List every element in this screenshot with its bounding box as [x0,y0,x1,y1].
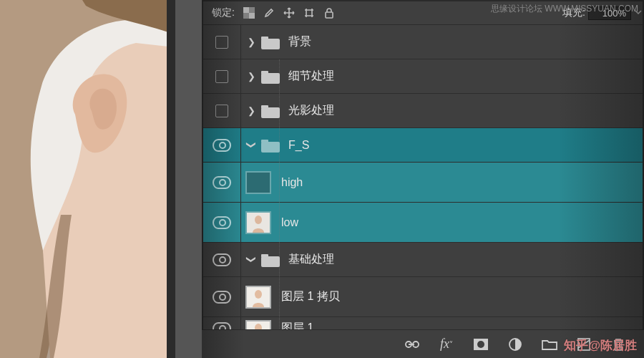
canvas-gutter [175,0,202,358]
group-row[interactable]: ❯ 背景 [203,25,643,59]
folder-icon [261,104,280,118]
layer-thumbnail[interactable] [245,211,271,234]
layer-name: 细节处理 [288,69,334,84]
new-group-icon[interactable] [541,336,558,353]
visibility-icon[interactable] [213,216,231,229]
collapse-icon[interactable]: ❯ [246,254,257,266]
visibility-icon[interactable] [213,139,231,152]
add-mask-icon[interactable] [472,336,489,353]
group-row[interactable]: ❯ 光影处理 [203,94,643,128]
layers-panel: 锁定: 填充: 100% ❯ 背景 [202,0,644,358]
layer-name: 背景 [288,34,311,49]
checkbox[interactable] [215,105,228,117]
svg-rect-4 [243,13,249,19]
watermark-bottom: 知乎@陈居胜 [564,337,637,354]
layer-style-icon[interactable]: fx ˅ [438,336,455,353]
layer-row[interactable]: low [203,203,643,243]
folder-icon [261,35,280,49]
visibility-icon[interactable] [213,291,231,304]
layer-thumbnail[interactable] [245,171,271,194]
document-photo [0,0,168,358]
checkbox[interactable] [215,36,228,49]
lock-artboard-icon[interactable] [301,5,317,21]
canvas-area [0,0,199,358]
checkbox[interactable] [215,70,228,83]
visibility-icon[interactable] [213,253,231,266]
lock-all-icon[interactable] [321,5,337,21]
layer-row[interactable]: 图层 1 拷贝 [203,277,643,317]
folder-icon [261,253,280,267]
layer-name: 光影处理 [288,103,334,118]
lock-transparent-icon[interactable] [241,5,257,21]
link-layers-icon[interactable] [404,336,421,353]
svg-rect-2 [249,13,255,19]
layer-thumbnail[interactable] [245,286,271,309]
layers-list: ❯ 背景 ❯ 细节处理 ❯ 光影处理 [203,25,643,340]
svg-rect-3 [249,7,255,13]
layer-name: F_S [288,139,309,152]
expand-icon[interactable]: ❯ [245,37,257,47]
watermark-top: 思缘设计论坛 WWW.MISSYUAN.COM [491,3,638,15]
folder-icon [261,138,280,153]
svg-point-9 [255,290,262,299]
layer-row[interactable]: high [203,163,643,203]
layer-name: low [281,216,298,229]
lock-brush-icon[interactable] [261,5,277,21]
svg-point-7 [255,216,262,224]
group-row-selected[interactable]: ❯ F_S [203,128,643,163]
adjustment-layer-icon[interactable] [507,336,524,353]
svg-rect-1 [243,7,249,13]
svg-rect-5 [326,12,333,18]
layer-name: 基础处理 [288,252,334,267]
group-row[interactable]: ❯ 基础处理 [203,243,643,277]
expand-icon[interactable]: ❯ [245,71,257,82]
collapse-icon[interactable]: ❯ [246,140,257,151]
lock-label: 锁定: [212,6,235,19]
lock-position-icon[interactable] [281,5,297,21]
group-row[interactable]: ❯ 细节处理 [203,59,643,94]
folder-icon [261,69,280,84]
canvas-edge [167,0,175,358]
visibility-icon[interactable] [213,176,231,189]
layer-name: high [281,176,303,189]
expand-icon[interactable]: ❯ [245,105,257,116]
svg-point-15 [477,341,484,348]
layer-name: 图层 1 拷贝 [281,289,340,304]
